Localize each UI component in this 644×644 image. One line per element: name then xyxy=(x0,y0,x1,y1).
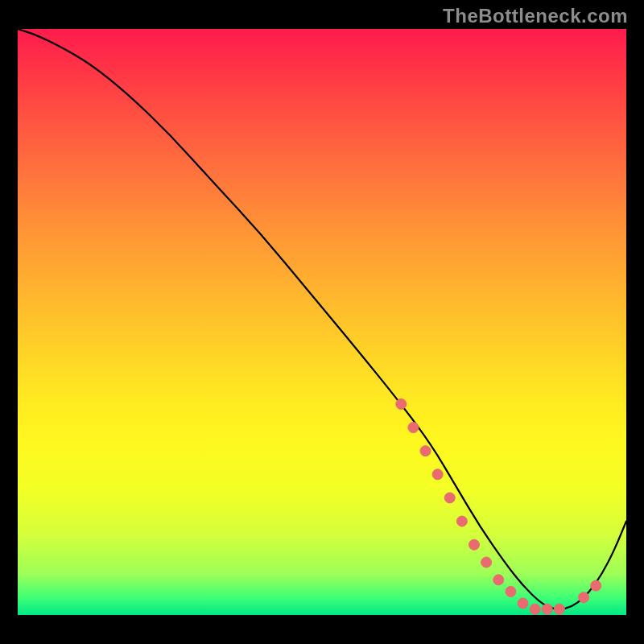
data-point xyxy=(506,586,516,597)
data-point xyxy=(591,580,601,591)
data-point xyxy=(469,539,480,550)
data-point xyxy=(432,469,443,480)
data-point xyxy=(542,604,552,614)
data-point xyxy=(420,446,431,456)
data-point xyxy=(518,598,528,609)
data-point xyxy=(530,604,540,614)
data-point xyxy=(456,516,467,526)
data-point xyxy=(493,575,504,585)
watermark: TheBottleneck.com xyxy=(443,5,628,27)
data-points xyxy=(396,398,601,614)
data-point xyxy=(554,604,564,614)
bottleneck-curve xyxy=(18,29,626,609)
data-point xyxy=(408,423,419,433)
data-point xyxy=(579,592,589,603)
data-point xyxy=(396,398,407,409)
curve-svg xyxy=(18,29,626,615)
data-point xyxy=(444,493,455,503)
chart-frame: TheBottleneck.com xyxy=(0,0,644,644)
plot-area xyxy=(18,29,626,615)
data-point xyxy=(481,557,492,568)
